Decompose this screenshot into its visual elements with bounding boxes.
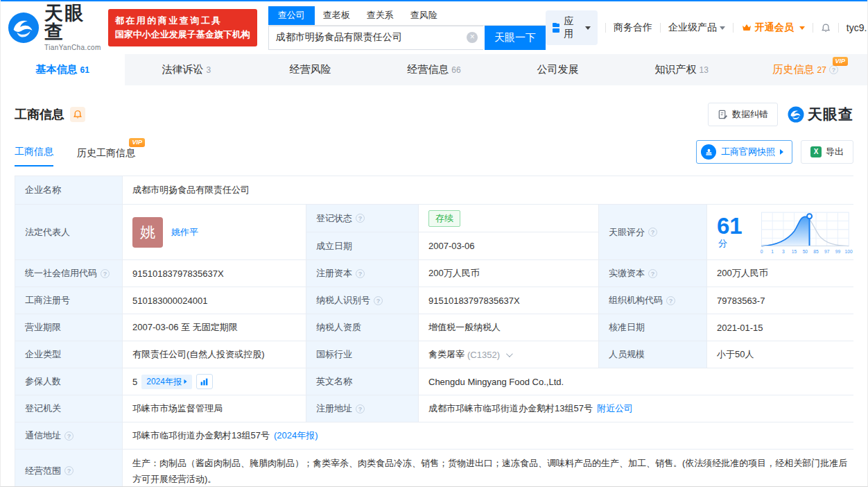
open-vip-label: 开通会员 [755,22,794,34]
svg-text:100: 100 [844,248,852,253]
legal-rep-link[interactable]: 姚作平 [171,226,198,239]
status-badge: 存续 [428,210,460,227]
score-unit: 分 [718,238,727,248]
field-label: 注册资本 [306,260,418,287]
field-label: 统一社会信用代码 [15,260,122,287]
search-tab-relation[interactable]: 查关系 [358,6,402,25]
apps-menu[interactable]: 应用 [546,10,598,45]
reg-no-value: 510183000024001 [123,287,306,314]
biz-cooperation-link[interactable]: 商务合作 [614,22,652,34]
tab-label: 公司发展 [537,63,579,76]
field-label: 核准日期 [599,314,706,341]
tab-operation-risk[interactable]: 经营风险 [248,54,372,85]
chevron-down-icon[interactable] [506,350,513,357]
help-icon[interactable] [829,65,838,74]
bell-icon [73,110,83,119]
tab-legal-litigation[interactable]: 法律诉讼 3 [125,54,249,85]
tab-label: 历史信息 [773,63,815,76]
score-distribution-chart: 0 1 3 15 50 85 97 99 100 [758,209,855,256]
monitor-bell-button[interactable] [70,107,85,122]
user-account-menu[interactable]: tyc9... [847,22,868,33]
help-icon[interactable] [374,296,383,305]
field-label: 成立日期 [306,232,418,259]
watermark-logo: 天眼查 [788,105,853,124]
field-label: 经营范围 [15,450,122,487]
enterprise-products-menu[interactable]: 企业级产品 [668,22,725,34]
subtab-history-business-info[interactable]: VIP 历史工商信息 [77,147,135,166]
open-vip-menu[interactable]: 开通会员 [741,22,805,34]
legal-rep-cell: 姚 姚作平 [123,205,306,259]
username: tyc9... [847,22,868,33]
authority-value: 邛崃市市场监督管理局 [123,395,306,422]
tab-count: 27 [817,65,826,75]
data-correction-button[interactable]: 数据纠错 [708,103,778,126]
logo-domain: TianYanCha.com [44,44,101,51]
search-input[interactable] [268,26,483,50]
field-label: 参保人数 [15,368,122,395]
notification-bell-icon[interactable] [821,22,831,34]
watermark-text: 天眼查 [808,105,853,124]
logo-text: 天眼查 [44,4,101,42]
data-correction-label: 数据纠错 [732,108,768,121]
field-label: 实缴资本 [599,260,706,287]
reg-status-value: 存续 [419,205,598,232]
annual-report-link[interactable]: 2024年报 [141,375,192,389]
help-icon[interactable] [356,404,365,413]
subtab-label: 历史工商信息 [77,147,135,158]
field-label: 纳税人资质 [306,314,418,341]
search-button[interactable]: 天眼一下 [485,26,546,50]
credit-code-value: 91510183797835637X [123,260,306,287]
tab-intellectual-property[interactable]: 知识产权 13 [620,54,744,85]
trend-chart-button[interactable] [196,374,213,389]
industry-value: 禽类屠宰(C1352) [419,341,598,368]
subtab-business-info[interactable]: 工商信息 [15,146,53,166]
help-icon[interactable] [648,269,657,278]
insured-count: 5 [132,377,137,387]
field-label: 工商注册号 [15,287,122,314]
tab-company-development[interactable]: 公司发展 [496,54,620,85]
tab-operation-info[interactable]: 经营信息 66 [372,54,496,85]
help-icon[interactable] [101,269,110,278]
field-label: 纳税人识别号 [306,287,418,314]
edit-doc-icon [718,110,728,120]
search-tab-company[interactable]: 查公司 [268,6,315,25]
staff-size-value: 小于50人 [707,341,865,368]
tab-label: 经营信息 [407,63,449,76]
help-icon[interactable] [666,296,675,305]
divider [813,23,813,33]
vip-badge: VIP [833,57,849,66]
annual-report-link[interactable]: (2024年报) [274,429,318,442]
field-label: 人员规模 [599,341,706,368]
chevron-down-icon [585,26,591,30]
help-icon[interactable] [64,466,73,475]
help-icon[interactable] [648,228,657,237]
company-type-value: 有限责任公司(自然人投资或控股) [123,341,306,368]
avatar[interactable]: 姚 [132,217,163,248]
tianyancha-swirl-icon [788,106,804,123]
export-button[interactable]: 导出 [801,140,853,164]
score-cell[interactable]: 61分 0 1 3 [707,205,865,259]
clear-icon[interactable] [467,32,478,43]
help-icon[interactable] [356,269,365,278]
tab-label: 基本信息 [36,63,78,76]
section-nav: 基本信息 61 法律诉讼 3 经营风险 经营信息 66 公司发展 知识产权 13… [1,54,867,85]
tianyancha-logo[interactable]: 天眼查 TianYanCha.com [8,4,101,51]
help-icon[interactable] [356,214,365,223]
search-tab-risk[interactable]: 查风险 [402,6,446,25]
tab-count: 66 [451,65,460,75]
nearby-companies-link[interactable]: 附近公司 [597,402,633,415]
help-icon[interactable] [64,432,73,441]
svg-text:15: 15 [792,248,797,253]
score-marker [807,214,812,219]
taxpayer-no-value: 91510183797835637X [419,287,598,314]
official-snapshot-button[interactable]: 工商官网快照 [696,140,792,164]
score-value: 61 [717,213,743,239]
est-date-value: 2007-03-06 [419,232,598,259]
svg-text:85: 85 [813,248,819,253]
tab-basic-info[interactable]: 基本信息 61 [1,54,125,85]
field-label: 国标行业 [306,341,418,368]
top-right-menu: 应用 商务合作 企业级产品 开通会员 tyc9... [546,10,868,45]
insured-count-cell: 5 2024年报 [123,368,306,395]
search-tab-boss[interactable]: 查老板 [315,6,358,25]
tab-history-info[interactable]: VIP 历史信息 27 [743,54,867,85]
